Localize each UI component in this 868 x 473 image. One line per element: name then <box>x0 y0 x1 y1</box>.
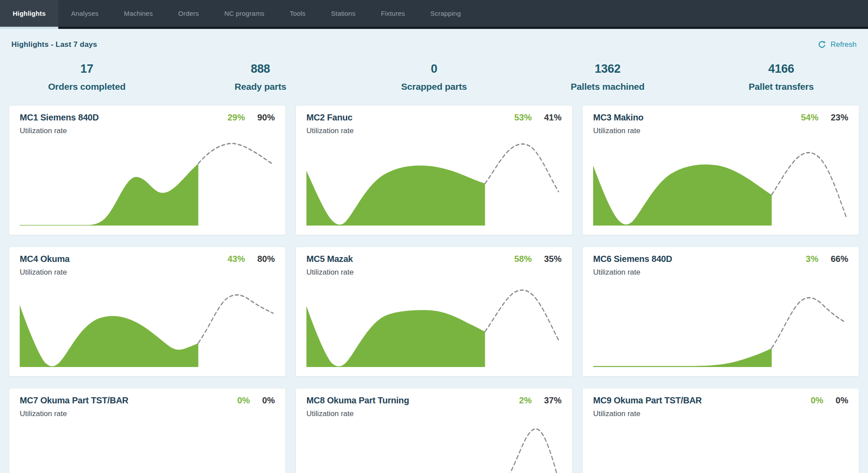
utilization-chart <box>593 280 848 370</box>
card-values: 58% 35% <box>514 254 562 264</box>
tab-highlights[interactable]: Highlights <box>0 0 58 29</box>
stat-value: 17 <box>0 62 174 76</box>
card-values: 2% 37% <box>519 395 562 406</box>
tab-scrapping[interactable]: Scrapping <box>418 0 473 29</box>
utilization-chart <box>306 139 562 229</box>
tab-orders[interactable]: Orders <box>166 0 212 29</box>
utilization-chart <box>20 422 275 473</box>
stat-pallet-transfers: 4166Pallet transfers <box>694 62 868 92</box>
utilization-value-green: 0% <box>237 395 250 406</box>
utilization-area-shape <box>306 166 485 226</box>
card-subtitle: Utilization rate <box>306 268 562 277</box>
card-subtitle: Utilization rate <box>306 127 562 135</box>
utilization-value-green: 58% <box>514 254 532 264</box>
card-subtitle: Utilization rate <box>306 409 562 418</box>
utilization-area-shape <box>593 348 772 367</box>
machine-card-mc9-okuma-part-tst-bar[interactable]: MC9 Okuma Part TST/BAR 0% 0% Utilization… <box>582 388 859 473</box>
stat-label: Pallets machined <box>521 81 694 92</box>
forecast-dashed-line <box>198 295 273 343</box>
tab-tools[interactable]: Tools <box>277 0 318 29</box>
machine-card-mc4-okuma[interactable]: MC4 Okuma 43% 80% Utilization rate <box>9 247 286 377</box>
utilization-chart <box>306 280 562 370</box>
card-header: MC4 Okuma 43% 80% <box>20 254 275 264</box>
stat-ready-parts: 888Ready parts <box>174 62 347 92</box>
machine-card-mc1-siemens-840d[interactable]: MC1 Siemens 840D 29% 90% Utilization rat… <box>9 105 286 235</box>
forecast-dashed-line <box>485 290 559 341</box>
machine-name: MC9 Okuma Part TST/BAR <box>593 395 702 406</box>
machine-card-mc7-okuma-part-tst-bar[interactable]: MC7 Okuma Part TST/BAR 0% 0% Utilization… <box>9 388 286 473</box>
machine-card-mc3-makino[interactable]: MC3 Makino 54% 23% Utilization rate <box>582 105 859 235</box>
utilization-value-green: 29% <box>228 113 245 123</box>
machine-name: MC7 Okuma Part TST/BAR <box>20 395 128 406</box>
utilization-area-shape <box>20 163 198 226</box>
stat-value: 4166 <box>694 62 868 76</box>
card-values: 3% 66% <box>806 254 848 264</box>
tab-nc-programs[interactable]: NC programs <box>212 0 277 29</box>
utilization-value-dark: 41% <box>544 113 562 123</box>
utilization-value-green: 2% <box>519 395 532 406</box>
utilization-chart <box>593 422 848 473</box>
tab-fixtures[interactable]: Fixtures <box>368 0 418 29</box>
utilization-value-dark: 23% <box>831 113 848 123</box>
machine-card-mc5-mazak[interactable]: MC5 Mazak 58% 35% Utilization rate <box>295 247 573 377</box>
stat-scrapped-parts: 0Scrapped parts <box>347 62 521 92</box>
machine-card-mc6-siemens-840d[interactable]: MC6 Siemens 840D 3% 66% Utilization rate <box>582 247 859 377</box>
stat-label: Ready parts <box>174 81 347 92</box>
tab-machines[interactable]: Machines <box>111 0 166 29</box>
tab-stations[interactable]: Stations <box>318 0 368 29</box>
card-header: MC9 Okuma Part TST/BAR 0% 0% <box>593 395 848 406</box>
stat-orders-completed: 17Orders completed <box>0 62 174 92</box>
card-values: 29% 90% <box>228 113 275 123</box>
utilization-area-shape <box>306 306 485 367</box>
utilization-value-green: 43% <box>228 254 245 264</box>
stat-value: 888 <box>174 62 347 76</box>
tab-bar: HighlightsAnalysesMachinesOrdersNC progr… <box>0 0 868 29</box>
card-header: MC6 Siemens 840D 3% 66% <box>593 254 848 264</box>
stat-value: 1362 <box>521 62 694 76</box>
stats-row: 17Orders completed888Ready parts0Scrappe… <box>0 62 868 92</box>
card-values: 53% 41% <box>514 113 562 123</box>
card-subtitle: Utilization rate <box>593 268 848 277</box>
utilization-value-dark: 0% <box>836 395 848 406</box>
stat-value: 0 <box>347 62 521 76</box>
machine-card-mc8-okuma-part-turning[interactable]: MC8 Okuma Part Turning 2% 37% Utilizatio… <box>295 388 573 473</box>
utilization-value-dark: 35% <box>544 254 562 264</box>
card-header: MC2 Fanuc 53% 41% <box>306 113 562 123</box>
tab-analyses[interactable]: Analyses <box>58 0 111 29</box>
utilization-chart <box>593 139 848 229</box>
utilization-value-dark: 80% <box>257 254 275 264</box>
forecast-dashed-line <box>772 152 846 217</box>
machine-card-mc2-fanuc[interactable]: MC2 Fanuc 53% 41% Utilization rate <box>295 105 573 235</box>
card-values: 54% 23% <box>801 113 848 123</box>
utilization-chart <box>306 422 562 473</box>
utilization-value-green: 53% <box>514 113 532 123</box>
page-title: Highlights - Last 7 days <box>11 40 97 49</box>
forecast-dashed-line <box>485 429 561 473</box>
page-header: Highlights - Last 7 days Refresh <box>0 29 868 49</box>
utilization-value-dark: 66% <box>831 254 848 264</box>
card-subtitle: Utilization rate <box>20 127 275 135</box>
card-subtitle: Utilization rate <box>20 268 275 277</box>
card-subtitle: Utilization rate <box>593 409 848 418</box>
machine-name: MC8 Okuma Part Turning <box>306 395 409 406</box>
stat-label: Scrapped parts <box>347 81 521 92</box>
card-values: 0% 0% <box>237 395 275 406</box>
utilization-value-green: 54% <box>801 113 818 123</box>
card-header: MC7 Okuma Part TST/BAR 0% 0% <box>20 395 275 406</box>
forecast-dashed-line <box>485 144 559 192</box>
refresh-button[interactable]: Refresh <box>818 40 857 49</box>
machine-name: MC5 Mazak <box>306 254 353 264</box>
utilization-value-dark: 37% <box>544 395 562 406</box>
refresh-icon <box>818 40 826 49</box>
forecast-dashed-line <box>198 143 273 164</box>
card-header: MC5 Mazak 58% 35% <box>306 254 562 264</box>
card-header: MC1 Siemens 840D 29% 90% <box>20 113 275 123</box>
card-header: MC3 Makino 54% 23% <box>593 113 848 123</box>
refresh-label: Refresh <box>830 40 857 49</box>
card-values: 43% 80% <box>228 254 275 264</box>
stat-pallets-machined: 1362Pallets machined <box>521 62 694 92</box>
card-subtitle: Utilization rate <box>20 409 275 418</box>
forecast-dashed-line <box>772 298 846 348</box>
stat-label: Pallet transfers <box>694 81 868 92</box>
utilization-value-dark: 90% <box>257 113 275 123</box>
